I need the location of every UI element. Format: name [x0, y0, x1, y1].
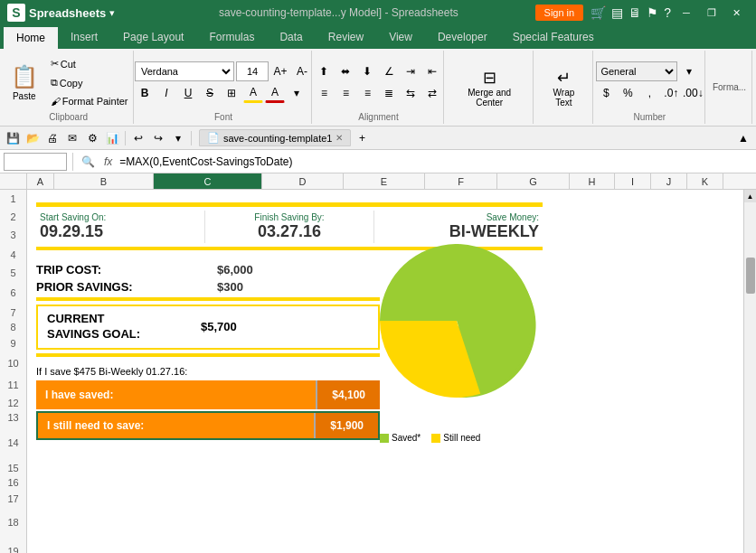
col-header-j[interactable]: J [651, 173, 687, 189]
quick-btn6[interactable]: 📊 [103, 129, 121, 147]
tab-view[interactable]: View [376, 25, 425, 49]
monitor-icon[interactable]: 🖥 [628, 5, 641, 20]
row-8: 8 [0, 320, 27, 334]
copy-button[interactable]: ⧉ Copy [46, 74, 133, 91]
zoom-search-button[interactable]: 🔍 [79, 153, 97, 171]
col-header-f[interactable]: F [425, 173, 497, 189]
ribbon-icon[interactable]: ▤ [611, 5, 623, 20]
col-header-e[interactable]: E [344, 173, 425, 189]
fill-color-button[interactable]: A [243, 83, 263, 103]
number-format-select[interactable]: General [596, 61, 677, 81]
close-button[interactable]: ✕ [725, 5, 749, 21]
yellow-bar-4 [36, 353, 380, 357]
rtl-button[interactable]: ⇆ [401, 83, 421, 103]
indent-decrease-button[interactable]: ⇤ [422, 61, 442, 81]
merge-center-label: Merge and Center [456, 88, 523, 108]
copy-label: Copy [60, 78, 83, 89]
orient-button[interactable]: ∠ [379, 61, 399, 81]
align-center-button[interactable]: ≡ [335, 83, 355, 103]
align-middle-button[interactable]: ⬌ [335, 61, 355, 81]
open-quick-button[interactable]: 📂 [24, 129, 42, 147]
tab-data[interactable]: Data [267, 25, 315, 49]
font-family-select[interactable]: Verdana [135, 61, 234, 81]
tab-review[interactable]: Review [316, 25, 376, 49]
undo-button[interactable]: ↩ [129, 129, 147, 147]
prior-savings-value: $300 [217, 280, 243, 294]
col-header-k[interactable]: K [687, 173, 723, 189]
i-still-need-label: I still need to save: [38, 419, 314, 432]
flag-icon[interactable]: ⚑ [647, 5, 658, 20]
tab-developer[interactable]: Developer [425, 25, 500, 49]
align-right-button[interactable]: ≡ [357, 83, 377, 103]
col-header-d[interactable]: D [262, 173, 344, 189]
file-tab-close[interactable]: ✕ [335, 133, 343, 143]
i-still-need-row[interactable]: I still need to save: $1,900 [36, 411, 380, 440]
merge-center-button[interactable]: ⊟ Merge and Center [451, 61, 527, 115]
email-quick-button[interactable]: ✉ [63, 129, 81, 147]
underline-button[interactable]: U [178, 83, 198, 103]
wrap-text-button[interactable]: ↵ Wrap Text [541, 61, 587, 115]
align-left-button[interactable]: ≡ [314, 83, 334, 103]
start-saving-label: Start Saving On: [40, 212, 201, 222]
tab-insert[interactable]: Insert [58, 25, 110, 49]
more-undo-button[interactable]: ▾ [169, 129, 187, 147]
row-5: 5 [0, 266, 27, 280]
col-header-b[interactable]: B [54, 173, 154, 189]
col-header-i[interactable]: I [615, 173, 651, 189]
font-color-button[interactable]: A [265, 83, 285, 103]
number-format-dropdown[interactable]: ▾ [679, 61, 699, 81]
font-color-picker[interactable]: ▾ [287, 83, 307, 103]
ribbon-toggle[interactable]: ▲ [734, 129, 752, 147]
align-top-button[interactable]: ⬆ [314, 61, 334, 81]
print-quick-button[interactable]: 🖨 [43, 129, 61, 147]
new-tab-button[interactable]: + [353, 129, 371, 147]
format-painter-button[interactable]: 🖌 Format Painter [46, 93, 133, 109]
save-quick-button[interactable]: 💾 [4, 129, 22, 147]
quick-access-toolbar: 💾 📂 🖨 ✉ ⚙ 📊 ↩ ↪ ▾ 📄 save-counting-templa… [0, 127, 756, 150]
justify-button[interactable]: ≣ [379, 83, 399, 103]
tab-home[interactable]: Home [4, 25, 58, 49]
content-overlay: Start Saving On: 09.29.15 Finish Saving … [27, 190, 756, 445]
align-bottom-button[interactable]: ⬇ [357, 61, 377, 81]
signin-button[interactable]: Sign in [535, 5, 584, 21]
decrease-font-button[interactable]: A- [292, 61, 312, 81]
borders-button[interactable]: ⊞ [222, 83, 241, 103]
italic-button[interactable]: I [156, 83, 176, 103]
col-header-h[interactable]: H [570, 173, 615, 189]
strikethrough-button[interactable]: S [200, 83, 220, 103]
redo-button[interactable]: ↪ [149, 129, 167, 147]
bold-button[interactable]: B [135, 83, 155, 103]
tab-special-features[interactable]: Special Features [500, 25, 607, 49]
cart-icon[interactable]: 🛒 [591, 5, 606, 20]
finish-saving-value: 03.27.16 [209, 222, 370, 241]
tab-page-layout[interactable]: Page Layout [110, 25, 196, 49]
tab-formulas[interactable]: Formulas [196, 25, 267, 49]
decrease-decimal-button[interactable]: .00↓ [683, 83, 703, 103]
paste-button[interactable]: 📋 Paste [5, 55, 44, 109]
quick-btn5[interactable]: ⚙ [83, 129, 101, 147]
cut-button[interactable]: ✂ Cut [46, 55, 133, 72]
col-header-c[interactable]: C [154, 173, 262, 189]
scroll-thumb[interactable] [746, 258, 755, 294]
col-header-g[interactable]: G [497, 173, 570, 189]
ltr-button[interactable]: ⇄ [422, 83, 442, 103]
window-title: save-counting-template...y Model] - Spre… [219, 6, 458, 19]
toolbar2-divider [125, 131, 126, 145]
help-icon[interactable]: ? [664, 5, 671, 20]
minimize-button[interactable]: ─ [675, 5, 698, 21]
cell-reference-input[interactable]: C19 [4, 153, 67, 171]
file-tab-item[interactable]: 📄 save-counting-template1 ✕ [199, 129, 351, 146]
app-dropdown[interactable]: ▾ [109, 7, 115, 19]
currency-button[interactable]: $ [596, 83, 616, 103]
increase-font-button[interactable]: A+ [270, 61, 290, 81]
comma-button[interactable]: , [639, 83, 659, 103]
formula-input[interactable]: =MAX(0,EventCost-SavingsToDate) [119, 155, 752, 168]
col-header-a[interactable]: A [27, 173, 54, 189]
font-size-input[interactable] [236, 61, 269, 81]
restore-button[interactable]: ❐ [700, 5, 723, 21]
percent-button[interactable]: % [618, 83, 638, 103]
scroll-up-button[interactable]: ▲ [744, 190, 756, 202]
i-have-saved-row[interactable]: I have saved: $4,100 [36, 380, 380, 409]
indent-increase-button[interactable]: ⇥ [401, 61, 421, 81]
increase-decimal-button[interactable]: .0↑ [661, 83, 681, 103]
